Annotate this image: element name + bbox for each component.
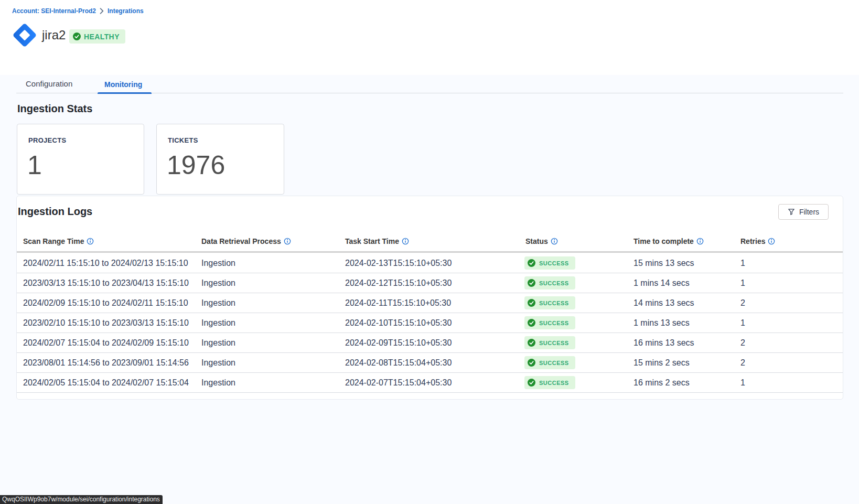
cell-data-retrieval-process: Ingestion: [201, 298, 345, 308]
table-row[interactable]: 2024/02/11 15:15:10 to 2024/02/13 15:15:…: [17, 253, 843, 273]
status-badge: SUCCESS: [524, 356, 575, 369]
table-row[interactable]: 2024/02/07 15:15:04 to 2024/02/09 15:15:…: [17, 333, 843, 353]
tab-configuration[interactable]: Configuration: [26, 80, 72, 88]
status-badge: SUCCESS: [524, 336, 575, 349]
cell-task-start-time: 2024-02-07T15:15:04+05:30: [345, 378, 525, 388]
health-status-label: HEALTHY: [84, 33, 120, 41]
active-tab-underline: [98, 92, 152, 94]
statusbar-url-tooltip: QwqOSIIWp9ob7w/module/sei/configuration/…: [0, 495, 163, 504]
status-badge-label: SUCCESS: [539, 320, 569, 326]
cell-task-start-time: 2024-02-10T15:15:10+05:30: [345, 318, 525, 328]
ingestion-logs-panel: Ingestion Logs Filters Scan Range Time D…: [16, 196, 843, 400]
stat-card-tickets: TICKETS 1976: [156, 124, 284, 195]
column-header[interactable]: Scan Range Time: [23, 237, 201, 245]
cell-data-retrieval-process: Ingestion: [201, 259, 345, 268]
filters-button[interactable]: Filters: [778, 204, 829, 220]
status-badge-label: SUCCESS: [539, 280, 569, 286]
status-badge-label: SUCCESS: [539, 260, 569, 266]
status-check-icon: [528, 319, 535, 327]
cell-data-retrieval-process: Ingestion: [201, 358, 345, 368]
column-header[interactable]: Retries: [740, 237, 843, 245]
status-badge-label: SUCCESS: [539, 380, 569, 386]
status-badge-label: SUCCESS: [539, 300, 569, 306]
cell-scan-range-time: 2023/03/13 15:15:10 to 2023/04/13 15:15:…: [23, 278, 201, 288]
health-check-icon: [73, 33, 81, 40]
status-badge: SUCCESS: [524, 276, 575, 289]
table-row[interactable]: 2023/02/10 15:15:10 to 2023/03/13 15:15:…: [17, 313, 843, 333]
column-header-label: Time to complete: [633, 237, 694, 245]
ingestion-logs-heading: Ingestion Logs: [18, 206, 92, 218]
column-header[interactable]: Status: [525, 237, 633, 245]
cell-retries: 2: [740, 358, 843, 368]
health-status-badge: HEALTHY: [69, 29, 125, 44]
status-badge: SUCCESS: [524, 296, 575, 309]
status-badge: SUCCESS: [524, 256, 575, 270]
status-check-icon: [528, 339, 535, 347]
cell-data-retrieval-process: Ingestion: [201, 278, 345, 288]
integration-title: jira2: [42, 28, 66, 42]
column-header-label: Retries: [740, 237, 765, 245]
info-icon[interactable]: [402, 238, 409, 245]
cell-status: SUCCESS: [525, 276, 633, 289]
status-check-icon: [528, 299, 535, 307]
jira-logo-icon: [13, 22, 37, 48]
info-icon[interactable]: [768, 238, 775, 245]
table-row[interactable]: 2023/08/01 15:14:56 to 2023/09/01 15:14:…: [17, 353, 843, 373]
info-icon[interactable]: [87, 238, 94, 245]
column-header-label: Status: [525, 237, 548, 245]
filters-button-label: Filters: [799, 208, 819, 216]
cell-status: SUCCESS: [525, 336, 633, 349]
table-header-row: Scan Range Time Data Retrieval Process T…: [17, 231, 843, 251]
column-header-label: Task Start Time: [345, 237, 399, 245]
column-header-label: Data Retrieval Process: [201, 237, 281, 245]
column-header-label: Scan Range Time: [23, 237, 84, 245]
cell-time-to-complete: 1 mins 14 secs: [633, 278, 740, 288]
cell-time-to-complete: 15 mins 13 secs: [633, 259, 740, 268]
breadcrumb-integrations-link[interactable]: Integrations: [108, 7, 144, 15]
cell-retries: 2: [740, 338, 843, 348]
cell-task-start-time: 2024-02-13T15:15:10+05:30: [345, 259, 525, 268]
cell-time-to-complete: 1 mins 13 secs: [633, 318, 740, 328]
table-row[interactable]: 2023/03/13 15:15:10 to 2023/04/13 15:15:…: [17, 273, 843, 293]
breadcrumb-account-link[interactable]: Account: SEI-Internal-Prod2: [12, 7, 96, 15]
cell-task-start-time: 2024-02-11T15:15:10+05:30: [345, 298, 525, 308]
info-icon[interactable]: [696, 238, 704, 245]
cell-time-to-complete: 16 mins 13 secs: [633, 338, 740, 348]
cell-scan-range-time: 2024/02/11 15:15:10 to 2024/02/13 15:15:…: [23, 259, 201, 268]
stat-card-value: 1: [27, 152, 144, 178]
cell-time-to-complete: 16 mins 2 secs: [633, 378, 740, 388]
ingestion-stats-heading: Ingestion Stats: [17, 103, 92, 115]
stat-card-value: 1976: [167, 152, 284, 178]
table-header-divider: [17, 251, 843, 253]
cell-status: SUCCESS: [525, 376, 633, 389]
cell-time-to-complete: 15 mins 2 secs: [633, 358, 740, 368]
cell-task-start-time: 2024-02-09T15:15:10+05:30: [345, 338, 525, 348]
integration-monitoring-page: Account: SEI-Internal-Prod2 Integrations…: [0, 0, 859, 504]
cell-retries: 1: [740, 318, 843, 328]
cell-scan-range-time: 2023/08/01 15:14:56 to 2023/09/01 15:14:…: [23, 358, 201, 368]
info-icon[interactable]: [284, 238, 291, 245]
page-header: Account: SEI-Internal-Prod2 Integrations…: [0, 0, 859, 75]
cell-retries: 1: [740, 259, 843, 268]
cell-scan-range-time: 2024/02/07 15:15:04 to 2024/02/09 15:15:…: [23, 338, 201, 348]
table-row[interactable]: 2024/02/09 15:15:10 to 2024/02/11 15:15:…: [17, 293, 843, 313]
filter-funnel-icon: [788, 208, 795, 216]
column-header[interactable]: Time to complete: [633, 237, 740, 245]
cell-scan-range-time: 2024/02/09 15:15:10 to 2024/02/11 15:15:…: [23, 298, 201, 308]
stat-card-projects: PROJECTS 1: [17, 124, 144, 195]
column-header[interactable]: Task Start Time: [345, 237, 525, 245]
status-check-icon: [528, 259, 535, 267]
cell-status: SUCCESS: [525, 256, 633, 270]
cell-time-to-complete: 14 mins 13 secs: [633, 298, 740, 308]
cell-scan-range-time: 2024/02/05 15:15:04 to 2024/02/07 15:15:…: [23, 378, 201, 388]
info-icon[interactable]: [551, 238, 558, 245]
column-header[interactable]: Data Retrieval Process: [201, 237, 345, 245]
cell-status: SUCCESS: [525, 296, 633, 309]
cell-task-start-time: 2024-02-12T15:15:10+05:30: [345, 278, 525, 288]
table-row[interactable]: 2024/02/05 15:15:04 to 2024/02/07 15:15:…: [17, 373, 843, 393]
breadcrumb-chevron-icon: [100, 8, 104, 14]
tab-monitoring[interactable]: Monitoring: [104, 80, 142, 89]
status-badge: SUCCESS: [524, 316, 575, 329]
status-check-icon: [528, 379, 535, 387]
status-badge-label: SUCCESS: [539, 360, 569, 366]
